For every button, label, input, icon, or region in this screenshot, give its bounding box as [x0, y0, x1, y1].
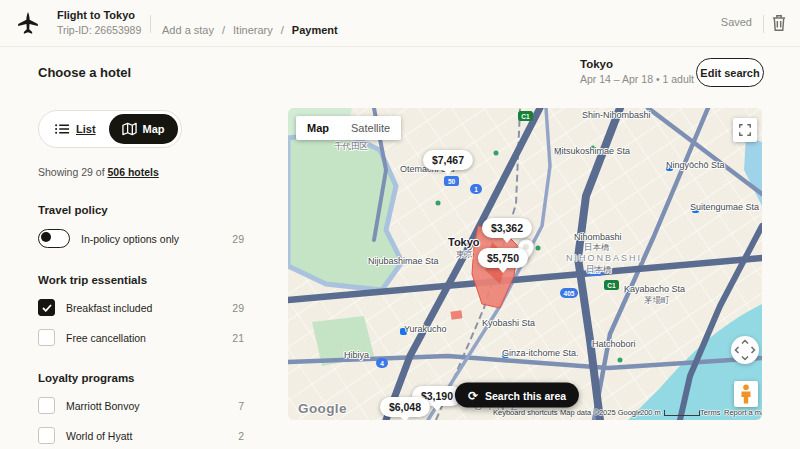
map-label-kayabacho: Kayabacho Sta — [624, 284, 685, 294]
map-label-ningyocho: Ningyōchō Sta — [666, 160, 725, 170]
airplane-logo-icon[interactable] — [16, 11, 40, 35]
filter-label: Marriott Bonvoy — [66, 400, 238, 412]
map-type-toggle: Map Satellite — [296, 116, 401, 140]
map-label-nijubashimae: Nijubashimae Sta — [368, 256, 439, 266]
map-label-kyobashi: Kyobashi Sta — [482, 318, 535, 328]
filter-count: 29 — [232, 302, 244, 314]
filter-label: World of Hyatt — [66, 430, 238, 442]
filter-free-cancellation[interactable]: Free cancellation 21 — [38, 329, 244, 346]
map-type-satellite-button[interactable]: Satellite — [340, 116, 401, 140]
fullscreen-icon — [738, 123, 752, 137]
breadcrumb-separator: / — [281, 24, 284, 36]
checkbox-icon[interactable] — [38, 427, 55, 444]
map-data-text: Map data ©2025 Google — [560, 408, 642, 417]
map-icon — [122, 122, 137, 136]
page-title: Choose a hotel — [38, 65, 131, 80]
map-type-map-button[interactable]: Map — [296, 116, 340, 140]
breadcrumb-separator: / — [222, 24, 225, 36]
list-view-label: List — [76, 123, 96, 135]
map-label-ginza-itchome: Ginza-itchome Sta. — [502, 348, 579, 358]
search-this-area-button[interactable]: ⟳ Search this area — [455, 383, 579, 408]
svg-text:405: 405 — [564, 290, 575, 297]
map-label-tokyo: Tokyo — [448, 236, 480, 248]
results-summary: Showing 29 of 506 hotels — [38, 166, 244, 178]
hotel-price-marker[interactable]: $3,362 — [482, 218, 532, 238]
results-total-link[interactable]: 506 hotels — [107, 166, 158, 178]
hotel-price-marker[interactable]: $6,048 — [380, 397, 430, 417]
refresh-icon: ⟳ — [468, 389, 478, 401]
map-label-suitengumae: Suitengumae Sta — [690, 202, 759, 212]
trip-title: Flight to Tokyo — [57, 9, 135, 21]
scale-bar — [664, 410, 700, 416]
breadcrumb-itinerary[interactable]: Itinerary — [233, 24, 273, 36]
list-icon — [55, 123, 70, 135]
filter-label: Breakfast included — [66, 302, 232, 314]
map-view-button[interactable]: Map — [109, 114, 178, 144]
pegman-control[interactable] — [734, 381, 758, 407]
svg-text:C1: C1 — [607, 282, 616, 289]
svg-text:50: 50 — [448, 178, 456, 185]
map-label-kayabacho-cjk: 茅場町 — [644, 295, 670, 307]
checkbox-icon[interactable] — [38, 397, 55, 414]
toggle-knob — [41, 232, 51, 242]
filter-count: 7 — [238, 400, 244, 412]
map-label-hatchobori: Hatchobori — [592, 339, 636, 349]
filter-world-of-hyatt[interactable]: World of Hyatt 2 — [38, 427, 244, 444]
fullscreen-button[interactable] — [733, 118, 757, 142]
map-label-tokyo-cjk: 東京 — [456, 249, 473, 261]
report-map-error-link[interactable]: Report a map error — [724, 408, 762, 417]
map-scale: 200 m — [640, 408, 700, 417]
header-divider — [763, 15, 764, 33]
map-label-mitsukoshimae: Mitsukoshimae Sta — [554, 146, 630, 156]
breadcrumb: Add a stay / Itinerary / Payment — [162, 24, 338, 36]
filter-label: Free cancellation — [66, 332, 232, 344]
map-panel[interactable]: 50 1 C1 316 405 C1 4 Chiyoda City 千代田区 O… — [288, 108, 762, 420]
pan-control[interactable] — [730, 335, 760, 365]
in-policy-label: In-policy options only — [81, 233, 232, 245]
map-view-label: Map — [143, 123, 165, 135]
map-label-nihonbashi-district: NIHONBASHI — [566, 253, 642, 263]
google-logo[interactable]: Google — [298, 401, 347, 416]
top-header: Flight to Tokyo Trip-ID: 26653989 Add a … — [0, 0, 800, 47]
search-dates: Apr 14 – Apr 18 • 1 adult — [580, 73, 694, 85]
list-view-button[interactable]: List — [42, 114, 109, 144]
in-policy-toggle[interactable] — [38, 229, 70, 248]
in-policy-count: 29 — [232, 233, 244, 245]
header-divider — [150, 15, 151, 33]
in-policy-filter-row[interactable]: In-policy options only 29 — [38, 229, 244, 248]
svg-text:4: 4 — [380, 360, 384, 367]
trash-icon[interactable] — [770, 13, 788, 33]
map-label-nihonbashi-district-cjk: 日本橋 — [586, 264, 612, 276]
map-label-yurakucho: Yurakucho — [404, 324, 447, 334]
search-this-area-label: Search this area — [485, 389, 566, 401]
loyalty-title: Loyalty programs — [38, 372, 244, 384]
filter-marriott-bonvoy[interactable]: Marriott Bonvoy 7 — [38, 397, 244, 414]
trip-id: Trip-ID: 26653989 — [57, 24, 141, 36]
keyboard-shortcuts-link[interactable]: Keyboard shortcuts — [493, 408, 558, 417]
map-label-chiyoda-cjk: 千代田区 — [334, 141, 368, 153]
saved-status: Saved — [721, 16, 752, 28]
search-destination: Tokyo — [580, 58, 613, 70]
filter-count: 2 — [238, 430, 244, 442]
filter-count: 21 — [232, 332, 244, 344]
svg-text:1: 1 — [474, 186, 478, 193]
results-count-text: Showing 29 of — [38, 166, 107, 178]
breadcrumb-add-a-stay[interactable]: Add a stay — [162, 24, 214, 36]
hotel-price-marker[interactable]: $7,467 — [423, 150, 473, 170]
filters-sidebar: List Map Showing 29 of 506 hotels Travel… — [38, 110, 244, 449]
checkbox-icon[interactable] — [38, 329, 55, 346]
pegman-icon — [740, 384, 752, 404]
edit-search-button[interactable]: Edit search — [696, 58, 764, 87]
map-label-hibiya: Hibiya — [344, 350, 369, 360]
travel-policy-title: Travel policy — [38, 204, 244, 216]
breadcrumb-payment[interactable]: Payment — [292, 24, 338, 36]
work-trip-title: Work trip essentials — [38, 274, 244, 286]
map-label-shin-nihombashi: Shin-Nihombashi — [582, 110, 651, 120]
hotel-price-marker[interactable]: $5,750 — [478, 248, 528, 268]
filter-breakfast-included[interactable]: Breakfast included 29 — [38, 299, 244, 316]
view-toggle: List Map — [38, 110, 182, 148]
map-label-nihombashi-sta: Nihombashi — [574, 232, 622, 242]
terms-link[interactable]: Terms — [700, 408, 720, 417]
svg-text:C1: C1 — [521, 113, 530, 120]
checkbox-checked-icon[interactable] — [38, 299, 55, 316]
